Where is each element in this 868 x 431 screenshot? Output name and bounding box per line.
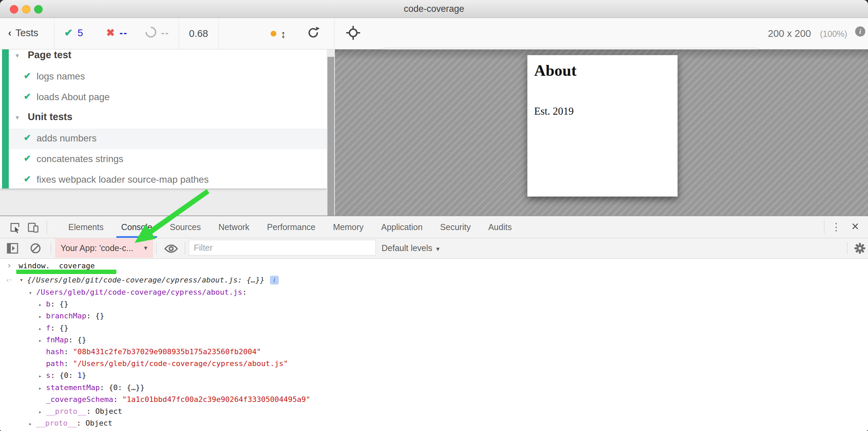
devtools-menu-button[interactable]: ⋮: [829, 216, 843, 238]
property-key: __proto__: [36, 419, 76, 427]
back-to-tests-button[interactable]: ‹Tests: [8, 27, 38, 39]
triangle-right-icon[interactable]: ▸: [39, 311, 46, 322]
console-property-row[interactable]: ▸f: {}: [0, 322, 868, 334]
property-key: branchMap: [46, 312, 86, 320]
restart-tests-button[interactable]: [306, 25, 321, 42]
pending-count[interactable]: --: [145, 27, 169, 39]
property-key: s: [46, 371, 50, 380]
devtools-tab-sources[interactable]: Sources: [161, 216, 210, 238]
devtools-panel: ElementsConsoleSourcesNetworkPerformance…: [0, 216, 868, 431]
console-property-row[interactable]: hash: "08b431c2fe7b37029e908935b175a2356…: [0, 346, 868, 358]
divider: [185, 242, 185, 254]
x-icon: ✖: [106, 27, 115, 38]
divider: [51, 242, 51, 254]
console-property-row[interactable]: ▸__proto__: Object: [0, 417, 868, 429]
aut-preview: About Est. 2019: [335, 49, 868, 216]
suite-row[interactable]: ▾Page test: [9, 46, 327, 67]
info-icon[interactable]: i: [855, 26, 865, 37]
settings-gear-icon[interactable]: [854, 242, 866, 256]
triangle-right-icon[interactable]: ▸: [39, 299, 46, 311]
spec-list-scrollbar[interactable]: [327, 49, 335, 216]
app-window: code-coverage ‹Tests ✔5 ✖-- -- 0.68 ↕: [0, 0, 868, 431]
pending-circle-icon: [143, 24, 158, 40]
test-row[interactable]: ✔logs names: [9, 67, 327, 87]
inspect-element-icon[interactable]: [9, 221, 21, 235]
passed-count[interactable]: ✔5: [64, 27, 83, 39]
triangle-down-icon[interactable]: ▾: [20, 274, 23, 286]
live-expression-eye-icon[interactable]: [164, 244, 178, 255]
triangle-right-icon[interactable]: ▸: [39, 335, 46, 346]
devtools-tab-network[interactable]: Network: [210, 216, 258, 238]
devtools-tab-elements[interactable]: Elements: [60, 216, 112, 238]
devtools-tab-performance[interactable]: Performance: [258, 216, 324, 238]
scrollbar-thumb[interactable]: [327, 57, 334, 216]
value-text: :: [242, 288, 247, 296]
test-row[interactable]: ✔adds numbers: [9, 129, 327, 149]
clear-console-icon[interactable]: [30, 243, 41, 255]
run-duration: 0.68: [179, 28, 219, 39]
console-property-row[interactable]: ▸s: {0: 1}: [0, 369, 868, 381]
console-property-row[interactable]: ▸b: {}: [0, 298, 868, 310]
test-passed-check-icon: ✔: [24, 91, 31, 102]
property-key: /Users/gleb/git/code-coverage/cypress/ab…: [36, 288, 242, 296]
console-property-row[interactable]: ▾/Users/gleb/git/code-coverage/cypress/a…: [0, 286, 868, 298]
value-text: :: [64, 347, 73, 356]
divider: [156, 242, 157, 254]
value-text: :: [64, 359, 73, 368]
triangle-right-icon[interactable]: ▸: [29, 418, 36, 430]
test-passed-check-icon: ✔: [24, 133, 31, 143]
console-input-row[interactable]: › window.__coverage__: [0, 260, 868, 272]
test-passed-check-icon: ✔: [24, 71, 31, 81]
device-toolbar-icon[interactable]: [27, 221, 39, 235]
value-text: : {}: [86, 312, 104, 320]
collapse-triangle-icon[interactable]: ▾: [16, 51, 19, 60]
triangle-down-icon[interactable]: ▾: [29, 287, 36, 299]
auto-scroll-indicator[interactable]: ↕: [271, 28, 286, 41]
triangle-right-icon[interactable]: ▸: [39, 406, 46, 418]
property-key: _coverageSchema: [46, 395, 113, 404]
test-row[interactable]: ✔concatenates strings: [9, 149, 327, 170]
property-key: f: [46, 324, 50, 332]
failed-count[interactable]: ✖--: [106, 27, 128, 39]
log-levels-dropdown[interactable]: Default levels▼: [382, 243, 441, 253]
devtools-tab-console[interactable]: Console: [112, 216, 161, 238]
devtools-tab-bar: ElementsConsoleSourcesNetworkPerformance…: [0, 216, 868, 238]
triangle-right-icon[interactable]: ▸: [39, 370, 46, 382]
evaluated-info-icon[interactable]: i: [270, 276, 279, 285]
collapse-triangle-icon[interactable]: ▾: [16, 113, 19, 121]
console-result-row[interactable]: ‹· ▾ {/Users/gleb/git/code-coverage/cypr…: [0, 274, 868, 286]
console-property-row[interactable]: ▸__proto__: Object: [0, 405, 868, 417]
console-filter-input[interactable]: [189, 240, 376, 255]
viewport-zoom: (100%): [820, 29, 847, 39]
viewport-size: 200 x 200: [768, 28, 811, 39]
console-property-row[interactable]: path: "/Users/gleb/git/code-coverage/cyp…: [0, 358, 868, 369]
aut-page[interactable]: About Est. 2019: [527, 55, 678, 197]
suite-row[interactable]: ▾Unit tests: [9, 108, 327, 129]
value-text: }: [82, 371, 86, 380]
console-sidebar-icon[interactable]: [7, 243, 18, 255]
devtools-tab-application[interactable]: Application: [372, 216, 431, 238]
console-property-row[interactable]: _coverageSchema: "1a1c01bbd47fc00a2c39e9…: [0, 393, 868, 405]
triangle-right-icon[interactable]: ▸: [39, 323, 46, 335]
devtools-close-button[interactable]: ×: [848, 216, 863, 238]
property-key: path: [46, 359, 64, 368]
divider: [54, 18, 54, 49]
suite-title: Page test: [28, 49, 71, 61]
console-property-row[interactable]: ▸statementMap: {0: {…}}: [0, 382, 868, 393]
test-title: concatenates strings: [37, 154, 123, 164]
console-property-row[interactable]: ▸branchMap: {}: [0, 310, 868, 322]
devtools-tab-audits[interactable]: Audits: [479, 216, 520, 238]
devtools-tab-memory[interactable]: Memory: [324, 216, 372, 238]
console-property-row[interactable]: ▸fnMap: {}: [0, 334, 868, 346]
crosshair-icon: [346, 25, 361, 40]
chevron-down-icon: ▼: [435, 246, 441, 252]
test-row[interactable]: ✔loads About page: [9, 87, 327, 108]
test-row[interactable]: ✔fixes webpack loader source-map pathes: [9, 170, 327, 190]
divider: [847, 242, 847, 254]
property-key: b: [46, 300, 50, 308]
javascript-context-selector[interactable]: Your App: 'code-c... ▼: [55, 239, 153, 258]
selector-playground-button[interactable]: [346, 25, 361, 42]
runner-content: ▾Page test✔logs names✔loads About page▾U…: [0, 49, 868, 216]
devtools-tab-security[interactable]: Security: [431, 216, 479, 238]
triangle-right-icon[interactable]: ▸: [39, 382, 46, 394]
